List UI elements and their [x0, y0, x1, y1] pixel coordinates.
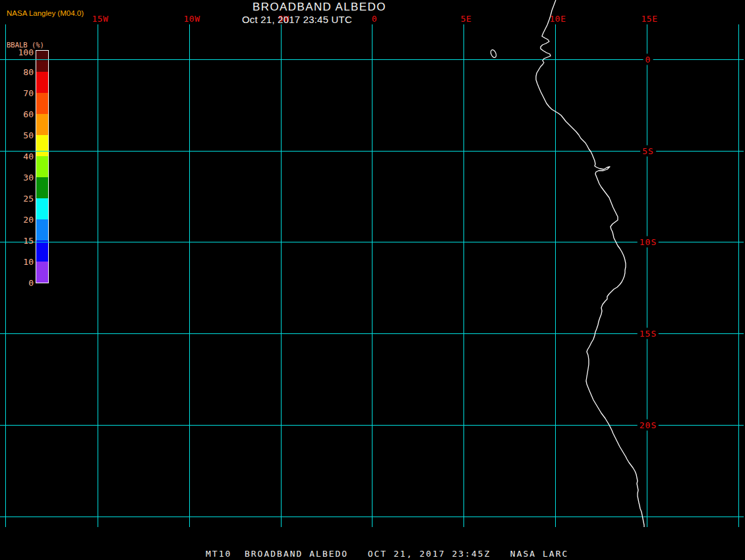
page-title: BROADBAND ALBEDO [253, 1, 386, 14]
longitude-label: 5E [461, 14, 472, 24]
longitude-label: 0 [372, 14, 377, 24]
colorbar-tick-label: 80 [0, 67, 34, 77]
colorbar-tick-label: 10 [0, 257, 34, 267]
colorbar-tick-label: 25 [0, 194, 34, 204]
longitude-label: 15W [92, 14, 109, 24]
colorbar-tick-label: 100 [0, 47, 34, 57]
longitude-label: 15E [641, 14, 658, 24]
latitude-label: 20S [638, 420, 659, 431]
map-canvas [0, 0, 745, 560]
colorbar-tick-label: 30 [0, 173, 34, 182]
longitude-label: 10W [184, 14, 200, 24]
colorbar-tick-label: 0 [0, 278, 34, 288]
timestamp-label: Oct 21, 2017 23:45 UTC [242, 14, 352, 25]
longitude-label: 10E [550, 14, 566, 24]
island-outline [490, 49, 497, 58]
colorbar-tick-label: 70 [0, 88, 34, 98]
latitude-label: 5S [640, 146, 656, 157]
colorbar-tick-label: 20 [0, 215, 34, 225]
footer-caption: MT10 BROADBAND ALBEDO OCT 21, 2017 23:45… [206, 549, 568, 559]
latitude-label: 0 [643, 54, 653, 65]
credit-label: NASA Langley (M04.0) [7, 9, 84, 17]
colorbar-tick-label: 60 [0, 109, 34, 119]
coastline [536, 0, 644, 527]
latitude-label: 15S [638, 328, 659, 339]
plot-background: NASA Langley (M04.0) BROADBAND ALBEDO Oc… [0, 0, 745, 560]
colorbar-tick-label: 50 [0, 130, 34, 140]
colorbar-tick-label: 15 [0, 236, 34, 246]
latitude-label: 10S [638, 237, 659, 248]
colorbar-tick-label: 40 [0, 152, 34, 161]
